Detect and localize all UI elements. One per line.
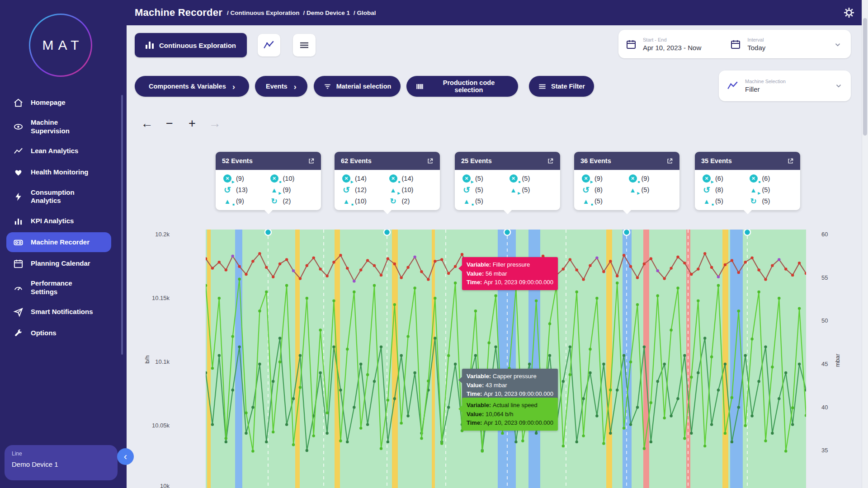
sidebar-item-label: Homepage [31,99,66,107]
triangle-icon: ▲▶ [389,185,398,194]
axis-tick-label: 35 [821,447,828,454]
event-count-item: ↻(2) [389,197,433,206]
sidebar-item-smart-notifications[interactable]: Smart Notifications [6,302,111,322]
sidebar-item-machine-supervision[interactable]: Machine Supervision [6,114,111,140]
zoom-in-button[interactable]: + [181,117,203,131]
external-link-icon[interactable] [308,158,315,164]
breadcrumb-item[interactable]: / Global [354,9,376,16]
chevron-right-icon: › [294,82,297,91]
triangle-icon: ▲▶ [628,185,637,194]
filter-button-label: Material selection [336,83,392,90]
event-count: (5) [475,197,483,205]
sidebar-scrollbar[interactable] [121,95,123,355]
axis-tick-label: 60 [821,231,828,238]
filter-button-production-code-selection[interactable]: Production code selection [406,76,518,97]
axis-tick-label: 50 [821,317,828,324]
triangle-icon: ▲■ [462,197,471,206]
sidebar-item-kpi-analytics[interactable]: KPI Analytics [6,211,111,231]
event-count: (9) [642,175,650,182]
rotate-icon: ↺ [223,185,232,194]
event-summary-card[interactable]: 36 Events×▶(9)×■(9)↺(8)▲▶(5)▲■(5) [574,152,679,210]
circle-x-icon: ×▶ [223,174,232,183]
bars-icon [13,216,24,226]
event-count-item: ↻(2) [270,197,314,206]
send-icon [13,307,24,318]
tab-continuous-exploration[interactable]: Continuous Exploration [135,33,247,57]
sidebar-item-homepage[interactable]: Homepage [6,93,111,113]
top-header: Machine Recorder / Continuous Exploratio… [0,0,868,25]
sidebar-item-machine-recorder[interactable]: Machine Recorder [6,232,111,252]
sidebar-collapse-button[interactable]: ‹ [117,448,134,465]
circle-x-icon: ×■ [749,174,758,183]
filter-button-label: Production code selection [429,79,509,94]
card-pointer [383,210,392,214]
play-badge-icon: ▶ [278,192,281,195]
triangle-icon: ▲■ [702,197,711,206]
event-count-item: ×■(9) [628,174,673,183]
zoom-out-button[interactable]: − [158,117,181,131]
date-range-card[interactable]: Start - End Apr 10, 2023 - Now Interval … [618,30,851,58]
play-badge-icon: ▶ [397,192,400,195]
breadcrumb-item[interactable]: / Demo Device 1 [303,9,350,16]
square-badge-icon: ■ [638,180,640,184]
filter-button-state-filter[interactable]: State Filter [529,76,594,97]
event-count: (9) [236,175,244,182]
clock-icon: ↻ [749,197,758,206]
event-summary-card[interactable]: 25 Events×▶(5)×■(5)↺(5)▲▶(5)▲■(5) [455,152,560,210]
page-scrollbar-thumb[interactable] [863,18,867,136]
sidebar-item-performance-settings[interactable]: Performance Settings [6,275,111,301]
event-count: (2) [402,197,410,205]
list-view-button[interactable] [293,34,316,56]
external-link-icon[interactable] [666,158,673,164]
settings-gear-icon[interactable] [844,7,854,18]
event-card-title: 52 Events [222,157,253,164]
chart-view-button[interactable] [258,34,280,56]
circle-x-icon: ×▶ [702,174,711,183]
sidebar-item-options[interactable]: Options [6,324,111,343]
event-count-item: ↺(8) [581,185,626,194]
event-summary-card[interactable]: 35 Events×▶(6)×■(6)↺(8)▲▶(5)▲■(5)↻(5) [695,152,800,210]
rotate-icon: ↺ [581,185,590,194]
filter-button-events[interactable]: Events› [255,76,307,97]
sidebar-item-consumption-analytics[interactable]: Consumption Analytics [6,184,111,210]
sidebar-item-label: Machine Recorder [31,238,90,247]
page-scrollbar[interactable] [862,0,868,488]
event-count: (14) [355,175,367,182]
line-chart-icon [727,80,739,92]
external-link-icon[interactable] [787,158,794,164]
breadcrumb-item[interactable]: / Continuous Exploration [227,9,300,16]
tooltip-pointer [458,377,462,383]
pan-forward-button[interactable]: → [203,117,226,131]
external-link-icon[interactable] [427,158,434,164]
pan-back-button[interactable]: ← [136,117,158,131]
circle-x-icon: ×■ [509,174,518,183]
filter-button-label: Components & Variables [149,83,226,90]
sidebar-item-lean-analytics[interactable]: Lean Analytics [6,141,111,161]
square-badge-icon: ■ [472,203,474,206]
bolt-icon [13,191,24,202]
event-count: (10) [283,175,295,182]
play-badge-icon: ▶ [518,192,520,195]
filter-button-material-selection[interactable]: Material selection [314,76,401,97]
tooltip-pointer [458,406,462,412]
filter-button-label: State Filter [551,83,585,90]
square-badge-icon: ■ [398,180,401,184]
event-count-item: ×▶(9) [223,174,267,183]
event-count-item: ▲■(10) [342,197,386,206]
external-link-icon[interactable] [547,158,554,164]
calendar-icon [626,39,637,50]
event-summary-card[interactable]: 62 Events×▶(14)×■(14)↺(12)▲▶(10)▲■(10)↻(… [335,152,440,210]
event-count: (5) [715,197,723,205]
device-card-label: Line [12,450,110,457]
event-summary-card[interactable]: 52 Events×▶(9)×■(10)↺(13)▲▶(9)▲■(9)↻(2) [216,152,321,210]
device-card[interactable]: Line Demo Device 1 [5,445,118,480]
lines-icon [538,82,547,91]
triangle-icon: ▲▶ [749,185,758,194]
filter-button-components-variables[interactable]: Components & Variables› [135,76,249,97]
machine-selection-dropdown[interactable]: Machine Selection Filler [719,70,851,101]
sidebar-item-planning-calendar[interactable]: Planning Calendar [6,253,111,273]
sidebar-item-label: Performance Settings [31,279,99,296]
sidebar-item-health-monitoring[interactable]: Health Monitoring [6,163,111,183]
bar-chart-icon [146,42,154,49]
event-count: (6) [715,175,723,182]
